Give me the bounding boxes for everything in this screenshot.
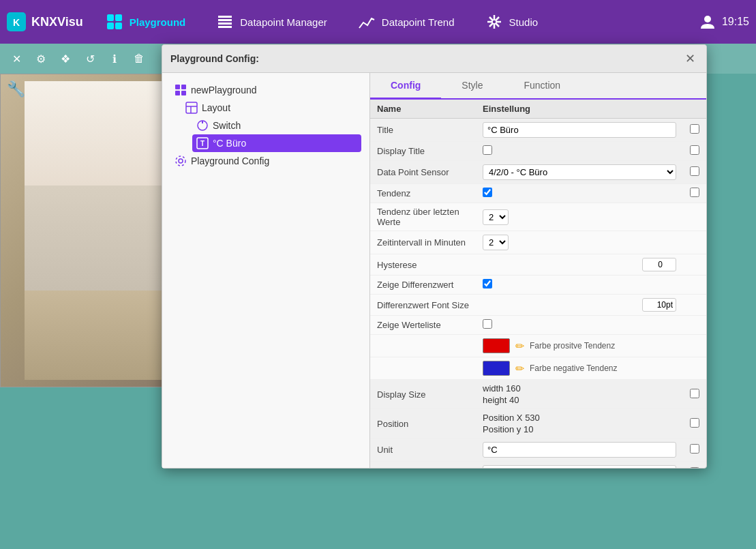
value-display-size: width 160 height 40 [476, 380, 683, 409]
checkbox-prefix[interactable] [690, 467, 699, 468]
canvas-wrench-icon[interactable]: 🔧 [7, 80, 25, 98]
row-zeitintervall: Zeitintervall in Minuten 2 [370, 231, 706, 254]
row-data-point-sensor: Data Point Sensor 4/2/0 - °C Büro [370, 161, 706, 184]
color-swatch-positive[interactable] [483, 338, 510, 353]
value-farbe-positive: ✏ Farbe prositve Tendenz [476, 335, 683, 357]
check-title [683, 119, 706, 142]
nav-datapoint-trend[interactable]: Datapoint Trend [349, 10, 463, 34]
row-differenzwert-font: Differenzwert Font Size [370, 295, 706, 316]
value-title [476, 119, 683, 142]
input-hysterese[interactable] [642, 258, 676, 271]
input-unit[interactable] [483, 442, 676, 458]
tree-item-switch[interactable]: Switch [192, 117, 361, 134]
label-hysterese: Hysterese [370, 254, 476, 276]
label-zeitintervall: Zeitintervall in Minuten [370, 231, 476, 254]
svg-rect-9 [218, 26, 232, 28]
datapoint-trend-icon [357, 12, 376, 31]
tab-config[interactable]: Config [370, 73, 441, 100]
label-unit: Unit [370, 439, 476, 462]
tool-add[interactable]: ❖ [55, 48, 76, 70]
svg-text:T: T [200, 140, 205, 147]
check-data-point-sensor [683, 161, 706, 184]
label-differenzwert-font: Differenzwert Font Size [370, 295, 476, 316]
checkbox-zeige-werteliste[interactable] [483, 319, 492, 329]
pencil-icon-negative[interactable]: ✏ [515, 362, 524, 375]
check-zeige-differenzwert [683, 276, 706, 295]
value-unit [476, 439, 683, 462]
svg-rect-2 [107, 14, 114, 21]
input-title[interactable] [483, 122, 676, 138]
svg-rect-18 [175, 91, 180, 95]
tree-panel: newPlayground Layout Switch T °C Büro Pl… [162, 73, 370, 468]
value-differenzwert-font [476, 295, 683, 316]
playground-icon [105, 12, 124, 31]
tree-item-c-buro[interactable]: T °C Büro [192, 134, 361, 152]
user-icon [699, 13, 716, 31]
checkbox-title[interactable] [690, 124, 699, 134]
input-prefix[interactable] [483, 465, 676, 468]
datapoint-manager-icon [215, 12, 235, 31]
svg-rect-16 [175, 85, 180, 89]
label-farbe-positive [370, 335, 476, 357]
nav-studio[interactable]: Studio [477, 10, 547, 34]
tab-style[interactable]: Style [441, 73, 503, 100]
check-tendenz-letzten [683, 203, 706, 231]
switch-icon [196, 119, 209, 132]
pencil-icon-positive[interactable]: ✏ [515, 340, 524, 353]
label-title: Title [370, 119, 476, 142]
label-tendenz-letzten: Tendenz über letzten Werte [370, 203, 476, 231]
row-title: Title [370, 119, 706, 142]
checkbox-display-title[interactable] [690, 145, 699, 155]
label-farbe-negative [370, 357, 476, 380]
checkbox-zeige-differenzwert[interactable] [483, 279, 492, 288]
checkbox-display-title-value[interactable] [483, 145, 492, 155]
value-zeige-werteliste [476, 316, 683, 335]
nav-playground[interactable]: Playground [97, 10, 194, 34]
select-zeitintervall[interactable]: 2 [483, 235, 509, 250]
tool-delete[interactable]: 🗑 [128, 48, 150, 70]
svg-rect-17 [181, 85, 186, 89]
input-differenzwert-font[interactable] [642, 298, 676, 312]
checkbox-tendenz[interactable] [690, 188, 699, 197]
dialog-close-button[interactable]: ✕ [682, 50, 698, 67]
select-tendenz-letzten[interactable]: 2 [483, 209, 509, 225]
checkbox-display-size[interactable] [690, 389, 699, 398]
color-swatch-negative[interactable] [483, 361, 510, 376]
check-display-title [683, 142, 706, 161]
check-display-size [683, 380, 706, 409]
select-data-point-sensor[interactable]: 4/2/0 - °C Büro [483, 164, 676, 180]
checkbox-tendenz-value[interactable] [483, 188, 492, 197]
tree-c-buro-label: °C Büro [213, 138, 246, 149]
label-zeige-differenzwert: Zeige Differenzwert [370, 276, 476, 295]
row-unit: Unit [370, 439, 706, 462]
tool-close[interactable]: ✕ [5, 48, 27, 70]
checkbox-unit[interactable] [690, 444, 699, 454]
check-farbe-positive [683, 335, 706, 357]
dialog-title: Playground Config: [170, 53, 259, 64]
tab-function[interactable]: Function [503, 73, 581, 100]
brand-icon: K [7, 12, 26, 31]
tree-item-playground-config[interactable]: Playground Config [170, 152, 361, 170]
checkbox-data-point-sensor[interactable] [690, 166, 699, 176]
col-check [683, 100, 706, 119]
tool-refresh[interactable]: ↺ [79, 48, 101, 70]
time-display: 19:15 [699, 13, 749, 31]
label-display-size: Display Size [370, 380, 476, 409]
svg-rect-8 [218, 23, 232, 25]
checkbox-position[interactable] [690, 418, 699, 428]
tree-item-new-playground[interactable]: newPlayground [170, 81, 361, 99]
tree-item-layout[interactable]: Layout [181, 99, 361, 117]
value-position: Position X 530 Position y 10 [476, 409, 683, 439]
svg-point-27 [179, 159, 183, 163]
tool-settings[interactable]: ⚙ [30, 48, 52, 70]
tool-info[interactable]: ℹ [104, 48, 125, 70]
config-panel: Config Style Function Name Einstellung [370, 73, 706, 468]
navbar: K KNXVisu Playground Datapoint Manager D… [0, 0, 756, 44]
svg-rect-3 [115, 14, 122, 21]
layout-icon [185, 102, 198, 114]
check-zeige-werteliste [683, 316, 706, 335]
nav-datapoint-manager[interactable]: Datapoint Manager [207, 10, 335, 34]
config-tabs: Config Style Function [370, 73, 706, 100]
check-unit [683, 439, 706, 462]
value-prefix [476, 462, 683, 469]
